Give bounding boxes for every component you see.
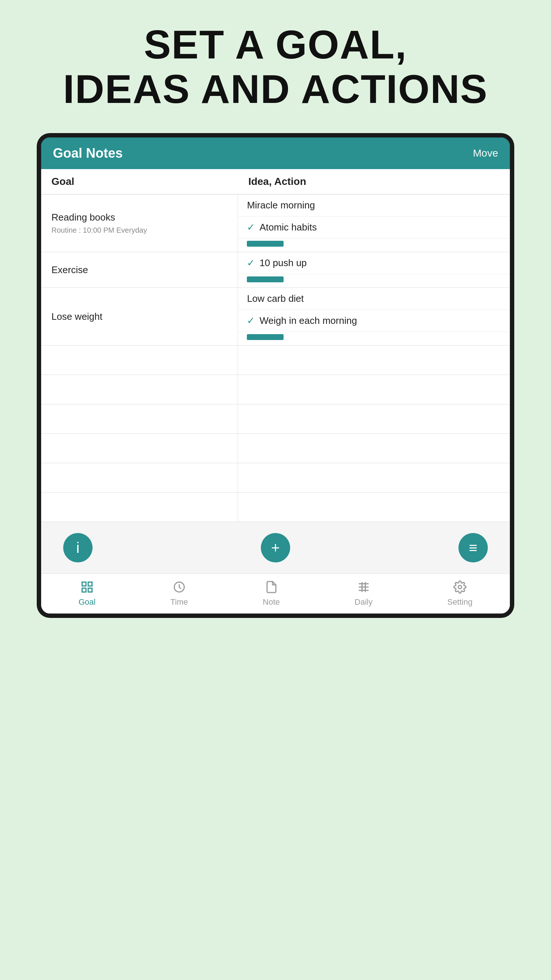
table-row [41,463,510,493]
nav-label-note: Note [263,597,279,607]
empty-idea-cell [238,493,510,522]
table-header: Goal Idea, Action [41,169,510,194]
add-icon: + [271,539,279,556]
idea-item-checked: ✓ Weigh in each morning [238,310,510,332]
nav-icon-setting [453,581,467,595]
empty-goal-cell [41,463,238,493]
idea-text: Miracle morning [247,200,315,211]
nav-label-goal: Goal [79,597,95,607]
nav-icon-note [265,581,278,595]
table-row: Lose weight Low carb diet ✓ Weigh in eac… [41,288,510,345]
checkmark-icon: ✓ [247,315,255,326]
empty-idea-cell [238,345,510,375]
col-goal-header: Goal [41,169,238,194]
app-header: Goal Notes Move [41,137,510,169]
idea-item-checked: ✓ 10 push up [238,252,510,274]
headline-line2: IDEAS AND ACTIONS [63,67,488,111]
nav-item-setting[interactable]: Setting [448,581,473,607]
nav-label-time: Time [170,597,188,607]
idea-text: Atomic habits [259,222,317,233]
checkmark-icon: ✓ [247,222,255,233]
device-frame: Goal Notes Move Goal Idea, Action Readin… [37,133,514,618]
empty-idea-cell [238,375,510,404]
goal-cell: Lose weight [41,288,238,345]
nav-label-setting: Setting [448,597,473,607]
nav-item-note[interactable]: Note [263,581,279,607]
svg-point-10 [458,585,461,589]
empty-idea-cell [238,434,510,463]
idea-cell: ✓ 10 push up [238,252,510,288]
progress-bar [247,277,284,282]
idea-cell: Miracle morning ✓ Atomic habits [238,194,510,252]
empty-goal-cell [41,434,238,463]
goal-name: Lose weight [51,311,103,322]
table-row [41,375,510,404]
info-icon: i [76,539,80,556]
table-row: Exercise ✓ 10 push up [41,252,510,288]
app-title: Goal Notes [53,146,123,161]
svg-rect-0 [82,582,86,586]
checkmark-icon: ✓ [247,257,255,269]
goal-cell: Reading booksRoutine : 10:00 PM Everyday [41,194,238,252]
idea-item: Miracle morning [238,194,510,216]
nav-icon-time [173,581,186,595]
svg-rect-1 [88,582,92,586]
idea-text: Low carb diet [247,293,304,304]
empty-goal-cell [41,493,238,522]
footer-area: i + ≡ [41,522,510,573]
table-row [41,434,510,463]
idea-text: 10 push up [259,257,307,269]
info-button[interactable]: i [63,533,92,562]
nav-label-daily: Daily [354,597,373,607]
progress-bar [247,334,284,340]
col-idea-header: Idea, Action [238,169,510,194]
idea-cell: Low carb diet ✓ Weigh in each morning [238,288,510,345]
table-row [41,404,510,434]
svg-rect-3 [88,588,92,592]
goal-name: Reading books [51,212,115,223]
table-row: Reading booksRoutine : 10:00 PM Everyday… [41,194,510,252]
table-row [41,493,510,522]
empty-idea-cell [238,463,510,493]
nav-item-time[interactable]: Time [170,581,188,607]
nav-item-goal[interactable]: Goal [79,581,95,607]
page-headline: SET A GOAL, IDEAS AND ACTIONS [63,22,488,111]
goal-routine: Routine : 10:00 PM Everyday [51,226,227,234]
nav-item-daily[interactable]: Daily [354,581,373,607]
menu-button[interactable]: ≡ [459,533,488,562]
idea-text: Weigh in each morning [259,315,357,326]
menu-icon: ≡ [469,539,477,556]
table-row [41,345,510,375]
svg-rect-2 [82,588,86,592]
empty-goal-cell [41,375,238,404]
goal-name: Exercise [51,264,88,275]
progress-bar [247,241,284,247]
add-button[interactable]: + [261,533,290,562]
nav-icon-daily [357,581,370,595]
idea-item: Low carb diet [238,288,510,310]
idea-item-checked: ✓ Atomic habits [238,216,510,239]
empty-goal-cell [41,345,238,375]
bottom-nav: Goal Time Note Daily Setting [41,573,510,614]
move-button[interactable]: Move [473,147,498,159]
nav-icon-goal [81,581,94,595]
goal-cell: Exercise [41,252,238,288]
empty-idea-cell [238,404,510,434]
empty-goal-cell [41,404,238,434]
headline-line1: SET A GOAL, [63,22,488,67]
